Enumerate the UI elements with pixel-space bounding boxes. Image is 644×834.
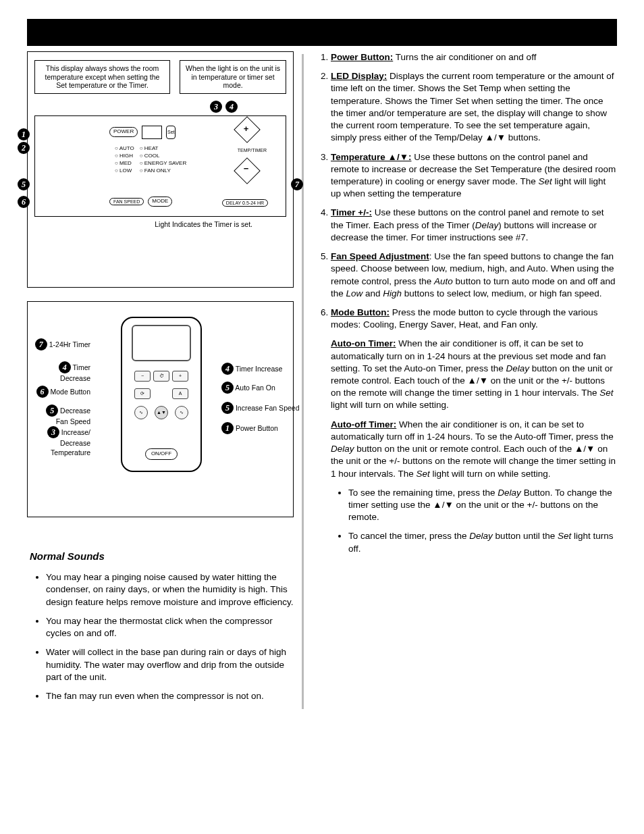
control-panel-figure: This display always shows the room tempe… (27, 51, 294, 288)
mode-button-label: MODE (148, 197, 172, 207)
power-button-label: POWER (109, 127, 138, 137)
remote-fan-inc-icon: ∿ (175, 406, 188, 419)
badge-1r-icon: 1 (221, 422, 234, 434)
remote-fan-dec-icon: ∿ (134, 406, 148, 419)
list-item: The fan may run even when the compressor… (46, 690, 294, 702)
badge-3r-icon: 3 (47, 426, 59, 438)
desc-item-2: LED Display: Displays the current room t… (331, 70, 617, 144)
timer-notes-list: To see the remaining time, press the Del… (312, 487, 617, 555)
desc-item-6: Mode Button: Press the mode button to cy… (331, 307, 617, 331)
normal-sounds-heading: Normal Sounds (30, 550, 294, 563)
set-indicator: Set (166, 126, 176, 139)
left-column: This display always shows the room tempe… (27, 51, 294, 712)
led-auto: AUTO (115, 145, 134, 152)
descriptions-list: Power Button: Turns the air conditioner … (312, 51, 617, 331)
header-blackbar (27, 19, 617, 46)
badge-6-icon: 6 (18, 196, 30, 208)
remote-temp-icon: ▲▼ (155, 406, 168, 419)
callout-setmode-note: When the light is on the unit is in temp… (180, 60, 286, 94)
label-timer-dec: 4 Timer Decrease (33, 361, 90, 383)
desc-item-5: Fan Speed Adjustment: Use the fan speed … (331, 251, 617, 300)
led-cool: COOL (140, 152, 186, 159)
right-column: Power Button: Turns the air conditioner … (312, 51, 617, 712)
desc-item-1: Power Button: Turns the air conditioner … (331, 51, 617, 63)
badge-5l-icon: 5 (46, 405, 58, 417)
list-item: To see the remaining time, press the Del… (348, 487, 617, 524)
badge-3-icon: 3 (210, 101, 222, 113)
list-item: You may hear the thermostat click when t… (46, 615, 294, 640)
remote-onoff-button: ON/OFF (145, 448, 178, 460)
badge-2-icon: 2 (18, 142, 30, 154)
badge-5ra-icon: 5 (221, 382, 234, 394)
timer-light-note: Light Indicates the Timer is set. (34, 219, 286, 229)
badge-6r-icon: 6 (36, 386, 49, 398)
badge-7r-icon: 7 (35, 338, 47, 350)
remote-timer-icon: ⏱ (153, 371, 169, 382)
label-power: 1 Power Button (221, 422, 302, 434)
remote-outline: − ⏱ + ⟳ A ∿ ▲▼ (121, 317, 202, 472)
led-med: MED (115, 159, 134, 167)
label-1-24hr: 7 1-24Hr Timer (33, 338, 90, 350)
label-auto-fan: 5 Auto Fan On (221, 382, 302, 394)
led-display-icon (142, 126, 162, 139)
auto-on-block: Auto-on Timer: When the air conditioner … (331, 338, 617, 411)
led-esaver: ENERGY SAVER (140, 159, 186, 167)
fan-speed-button: FAN SPEED (109, 198, 144, 205)
remote-figure: 7 1-24Hr Timer 4 Timer Decrease 6 Mode B… (27, 301, 294, 517)
badge-4l-icon: 4 (59, 361, 71, 373)
temp-timer-label: TEMP/TIMER (238, 147, 267, 153)
normal-sounds-list: You may hear a pinging noise caused by w… (27, 571, 294, 709)
label-inc-dec-temp: 3 Increase/ Decrease Temperature (33, 426, 90, 457)
badge-7-icon: 7 (291, 178, 303, 190)
label-timer-inc: 4 Timer Increase (221, 363, 302, 375)
callout-display-note: This display always shows the room tempe… (34, 60, 170, 94)
label-mode: 6 Mode Button (33, 386, 90, 398)
led-high: HIGH (115, 152, 134, 159)
remote-autofan-icon: A (172, 388, 188, 399)
delay-button-label: DELAY 0.5-24 HR (222, 199, 268, 207)
page: This display always shows the room tempe… (0, 0, 644, 732)
list-item: You may hear a pinging noise caused by w… (46, 571, 294, 608)
label-inc-fan: 5 Increase Fan Speed (221, 402, 302, 414)
led-low: LOW (115, 167, 134, 174)
remote-timer-inc-icon: + (172, 371, 188, 382)
badge-4r-icon: 4 (221, 363, 234, 375)
auto-off-block: Auto-off Timer: When the air conditioner… (331, 419, 617, 480)
remote-mode-icon: ⟳ (134, 388, 151, 399)
led-heat: HEAT (140, 145, 186, 152)
label-dec-fan: 5 Decrease Fan Speed (33, 405, 90, 426)
badge-4-icon: 4 (225, 101, 238, 113)
desc-item-3: Temperature ▲/▼: Use these buttons on th… (331, 151, 617, 201)
remote-screen-icon (132, 325, 191, 361)
list-item: Water will collect in the base pan durin… (46, 646, 294, 683)
control-panel-rect: 1 2 5 6 7 POWER Set + (34, 115, 286, 217)
led-fanonly: FAN ONLY (140, 167, 186, 174)
list-item: To cancel the timer, press the Delay but… (348, 530, 617, 554)
badge-5rb-icon: 5 (221, 402, 234, 414)
badge-1-icon: 1 (18, 128, 30, 140)
desc-item-4: Timer +/-: Use these buttons on the cont… (331, 207, 617, 244)
badge-5-icon: 5 (18, 178, 30, 190)
remote-timer-dec-icon: − (134, 371, 151, 382)
